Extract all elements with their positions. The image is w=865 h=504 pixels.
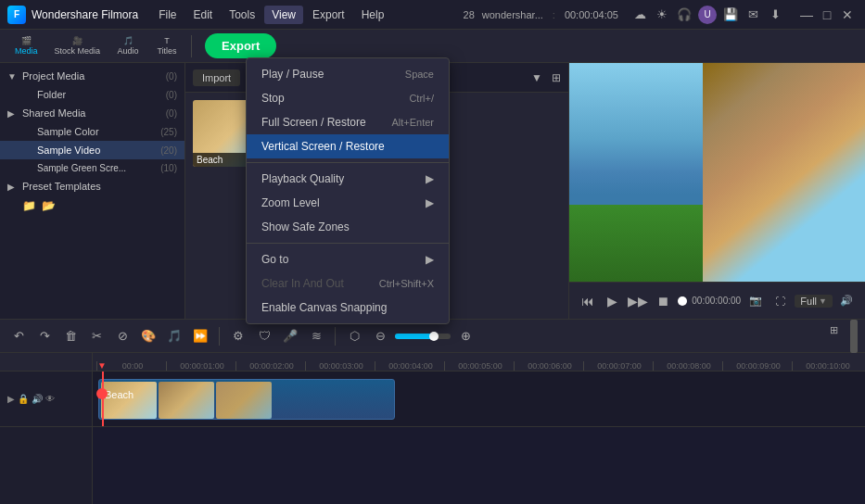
stop-shortcut: Ctrl+/ <box>409 93 434 104</box>
view-dropdown-menu: Play / Pause Space Stop Ctrl+/ Full Scre… <box>246 57 450 324</box>
go-to-arrow: ▶ <box>426 253 434 266</box>
playback-quality-label: Playback Quality <box>261 172 344 185</box>
menu-vertical-screen[interactable]: Vertical Screen / Restore <box>247 134 449 158</box>
stop-label: Stop <box>261 92 285 105</box>
menu-stop[interactable]: Stop Ctrl+/ <box>247 86 449 110</box>
menu-sep-1 <box>247 162 449 163</box>
clear-in-out-label: Clear In And Out <box>261 277 344 290</box>
vertical-screen-label: Vertical Screen / Restore <box>261 140 385 153</box>
menu-play-pause[interactable]: Play / Pause Space <box>247 62 449 86</box>
menu-zoom-level[interactable]: Zoom Level ▶ <box>247 191 449 215</box>
menu-playback-quality[interactable]: Playback Quality ▶ <box>247 167 449 191</box>
menu-show-safe-zones[interactable]: Show Safe Zones <box>247 215 449 239</box>
menu-go-to[interactable]: Go to ▶ <box>247 247 449 271</box>
go-to-label: Go to <box>261 253 288 266</box>
menu-enable-canvas-snapping[interactable]: Enable Canvas Snapping <box>247 296 449 320</box>
menu-fullscreen[interactable]: Full Screen / Restore Alt+Enter <box>247 110 449 134</box>
menu-sep-2 <box>247 243 449 244</box>
show-safe-zones-label: Show Safe Zones <box>261 220 350 233</box>
zoom-level-label: Zoom Level <box>261 196 320 209</box>
menu-clear-in-out: Clear In And Out Ctrl+Shift+X <box>247 271 449 296</box>
play-pause-label: Play / Pause <box>261 68 324 81</box>
play-pause-shortcut: Space <box>405 69 434 80</box>
fullscreen-shortcut: Alt+Enter <box>391 117 434 128</box>
zoom-level-arrow: ▶ <box>426 196 434 209</box>
clear-in-out-shortcut: Ctrl+Shift+X <box>379 278 434 289</box>
playback-quality-arrow: ▶ <box>426 172 434 185</box>
fullscreen-label: Full Screen / Restore <box>261 116 366 129</box>
canvas-snapping-label: Enable Canvas Snapping <box>261 301 387 314</box>
